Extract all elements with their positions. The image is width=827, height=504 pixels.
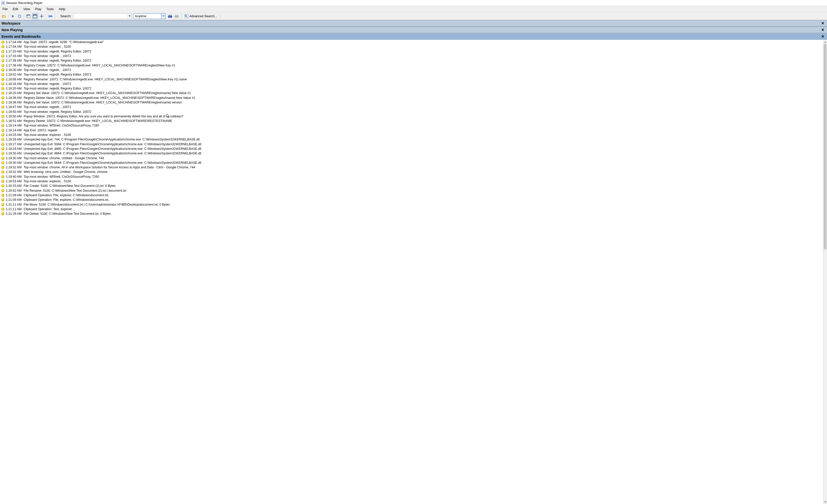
event-row[interactable]: 1:21:09 AMClipboard Operation: File, exp… [0,198,823,202]
event-row[interactable]: 1:18:16 AMTop-most window: regedit, , 10… [0,82,823,86]
event-row[interactable]: 1:18:20 AMRegistry Set Value: 10072: C:\… [0,91,823,95]
events-scrollbar[interactable] [823,40,827,504]
event-row[interactable]: 1:19:53 AMTop-most window: explorer, , 5… [0,179,823,184]
menu-file[interactable]: File [0,6,10,12]
bookmark-bullet-icon [1,180,4,183]
bookmark-bullet-icon [1,194,4,197]
workspace-pane-header[interactable]: Workspace ✕ [0,20,827,27]
event-text: Top-most window: regedit, , 10072 [23,105,71,109]
event-text: Registry Create: 10072: C:\Windows\reged… [23,64,175,67]
events-close-button[interactable]: ✕ [820,34,825,39]
event-row[interactable]: 1:18:36 AMRegistry Set Value: 10072: C:\… [0,100,823,105]
fullscreen-button[interactable] [32,13,38,19]
event-row[interactable]: 1:19:32 AMTop-most window: chrome, All i… [0,165,823,169]
event-text: File Move: 5100: C:\Windows\document.txt… [23,203,170,206]
advanced-search-button[interactable]: Advanced Search... [183,13,219,19]
search-dropdown-button[interactable] [127,14,131,19]
now-playing-pane-title: Now Playing [2,28,820,32]
play-button[interactable] [10,13,16,19]
menu-view[interactable]: View [21,6,33,12]
event-row[interactable]: 1:19:14 AMApp End: 10072: regedit [0,128,823,133]
skip-button[interactable] [47,13,53,19]
event-row[interactable]: 1:18:02 AMTop-most window: regedit, Regi… [0,72,823,77]
menu-help[interactable]: Help [56,6,68,12]
bookmark-bullet-icon [1,73,4,76]
event-text: Top-most window: WfShell, CtxDnDSourcePr… [23,175,99,179]
event-time: 1:18:47 AM [6,105,21,109]
event-row[interactable]: 1:18:20 AMTop-most window: regedit, Regi… [0,86,823,91]
binoculars-icon [168,14,173,18]
event-row[interactable]: 1:19:30 AMUnexpected App Exit: 9864: C:\… [0,151,823,156]
time-filter-dropdown-button[interactable] [161,14,165,19]
event-row[interactable]: 1:18:36 AMRegistry Delete Value: 10072: … [0,96,823,100]
search-input-combo[interactable] [73,13,132,19]
scroll-down-button[interactable] [823,500,827,504]
binoculars-gray-icon [175,14,179,18]
event-text: Top-most window: explorer, , 5100 [23,45,71,48]
move-arrows-icon [40,14,44,18]
event-row[interactable]: 1:18:00 AMTop-most window: regedit, , 10… [0,68,823,72]
event-row[interactable]: 1:20:33 AMFile Create: 5100: C:\Windows\… [0,184,823,188]
event-text: Top-most window: explorer, , 5100 [23,180,71,183]
event-row[interactable]: 1:17:04 AMTop-most window: explorer, , 5… [0,44,823,49]
scroll-up-button[interactable] [823,40,827,44]
now-playing-close-button[interactable]: ✕ [820,28,825,32]
event-time: 1:17:04 AM [6,45,21,48]
close-icon: ✕ [821,34,824,39]
event-row[interactable]: 1:19:25 AMTop-most window: explorer, , 5… [0,133,823,137]
event-row[interactable]: 1:19:40 AMTop-most window: WfShell, CtxD… [0,174,823,179]
menu-edit[interactable]: Edit [10,6,21,12]
event-row[interactable]: 1:20:52 AMFile Rename: 5100: C:\Windows\… [0,188,823,193]
window-title: Session Recording Player [6,1,43,5]
search-input[interactable] [74,14,127,19]
event-time: 1:17:36 AM [6,59,21,62]
event-row[interactable]: 1:21:26 AMFile Delete: 5100: C:\Windows\… [0,211,823,216]
open-file-button[interactable] [1,13,7,19]
time-filter-combo[interactable]: Anytime [133,13,165,19]
svg-rect-11 [171,15,172,16]
find-next-button[interactable] [167,13,173,19]
bookmark-bullet-icon [1,119,4,122]
event-row[interactable]: 1:19:26 AMUnexpected App Exit: 744: C:\P… [0,137,823,142]
event-row[interactable]: 1:17:04 AMApp Start: 10072: regedit: 629… [0,40,823,44]
svg-point-1 [2,2,4,4]
app-icon [1,1,5,5]
event-row[interactable]: 1:18:06 AMRegistry Rename: 10072: C:\Win… [0,77,823,82]
menu-tools[interactable]: Tools [44,6,56,12]
event-row[interactable]: 1:19:30 AMUnexpected App Exit: 6644: C:\… [0,160,823,165]
find-prev-button[interactable] [174,13,180,19]
event-row[interactable]: 1:19:27 AMUnexpected App Exit: 5084: C:\… [0,142,823,147]
event-row[interactable]: 1:18:47 AMTop-most window: regedit, , 10… [0,105,823,109]
event-row[interactable]: 1:17:20 AMTop-most window: regedit, Regi… [0,49,823,54]
event-time: 1:21:09 AM [6,193,21,197]
event-row[interactable]: 1:21:09 AMClipboard Operation: File, exp… [0,193,823,198]
event-row[interactable]: 1:21:11 AMFile Move: 5100: C:\Windows\do… [0,202,823,207]
panning-button[interactable] [39,13,45,19]
events-pane-header[interactable]: Events and Bookmarks ✕ [0,33,827,40]
scroll-thumb[interactable] [824,44,826,249]
event-time: 1:19:14 AM [6,129,21,132]
svg-rect-4 [27,15,30,15]
event-row[interactable]: 1:18:50 AMTop-most window: regedit, Regi… [0,109,823,114]
stop-button[interactable] [16,13,22,19]
event-text: Top-most window: regedit, Registry Edito… [23,50,91,53]
menu-play[interactable]: Play [33,6,44,12]
event-row[interactable]: 1:19:32 AMWeb browsing: citrix.com, Unti… [0,169,823,174]
event-row[interactable]: 1:18:51 AMRegistry Delete: 10072: C:\Win… [0,119,823,123]
now-playing-pane-header[interactable]: Now Playing ✕ [0,27,827,33]
event-row[interactable]: 1:19:30 AMTop-most window: chrome, Untit… [0,156,823,160]
event-row[interactable]: 1:17:36 AMRegistry Create: 10072: C:\Win… [0,63,823,67]
event-row[interactable]: 1:18:50 AMPopup Window: 10072, Registry … [0,114,823,119]
events-pane-title: Events and Bookmarks [2,35,820,39]
events-list[interactable]: 1:17:04 AMApp Start: 10072: regedit: 629… [0,40,823,504]
event-row[interactable]: 1:17:36 AMTop-most window: regedit, Regi… [0,58,823,63]
event-row[interactable]: 1:17:33 AMTop-most window: regedit, , 10… [0,54,823,58]
scroll-track[interactable] [823,44,827,500]
event-row[interactable]: 1:21:11 AMClipboard Operation: Text, exp… [0,207,823,211]
window-panes-button[interactable] [26,13,32,19]
event-text: Top-most window: regedit, Registry Edito… [23,73,91,76]
event-row[interactable]: 1:19:14 AMTop-most window: WfShell, CtxD… [0,123,823,128]
workspace-close-button[interactable]: ✕ [820,21,825,26]
bookmark-bullet-icon [1,50,4,53]
event-row[interactable]: 1:19:29 AMUnexpected App Exit: 4860: C:\… [0,147,823,151]
